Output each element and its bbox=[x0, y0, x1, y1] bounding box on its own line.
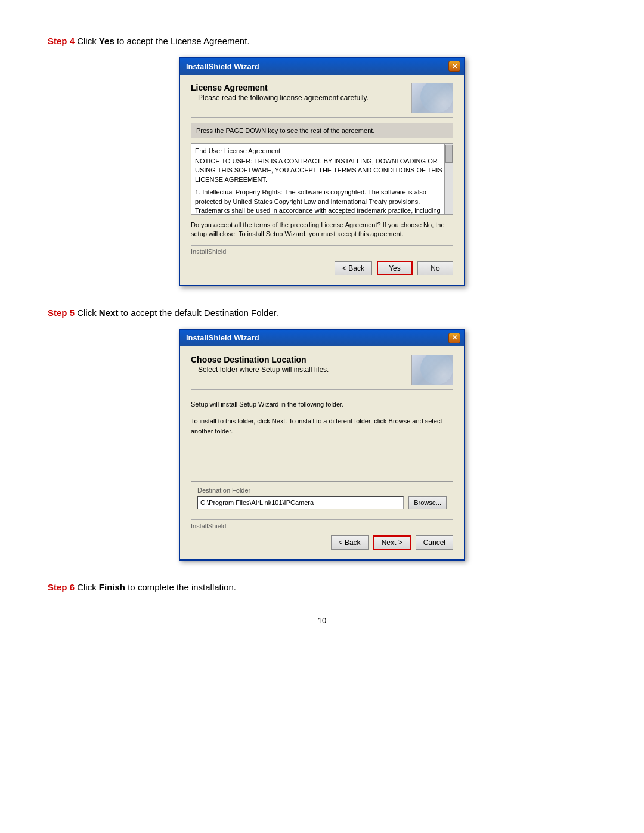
license-dialog-graphic bbox=[411, 83, 453, 113]
license-dialog-close-button[interactable]: ✕ bbox=[448, 61, 460, 72]
license-no-button[interactable]: No bbox=[417, 261, 453, 275]
license-yes-button[interactable]: Yes bbox=[377, 261, 413, 275]
destination-dialog-graphic bbox=[411, 355, 453, 385]
destination-section-subtitle: Select folder where Setup will install f… bbox=[191, 366, 411, 374]
destination-dialog-buttons: < Back Next > Cancel bbox=[191, 533, 453, 553]
destination-dialog-title: InstallShield Wizard bbox=[186, 333, 259, 342]
step5-instruction: Step 5 Click Next to accept the default … bbox=[48, 308, 596, 318]
destination-dialog-container: InstallShield Wizard ✕ Choose Destinatio… bbox=[48, 329, 596, 561]
step6-bold1: Finish bbox=[99, 582, 125, 592]
license-accept-notice: Do you accept all the terms of the prece… bbox=[191, 221, 453, 239]
step6-instruction: Step 6 Click Finish to complete the inst… bbox=[48, 582, 596, 592]
page-number: 10 bbox=[48, 616, 596, 625]
license-dialog-header: License Agreement Please read the follow… bbox=[191, 83, 453, 118]
destination-text1: Setup will install Setup Wizard in the f… bbox=[191, 395, 453, 413]
destination-spacer bbox=[191, 439, 453, 481]
license-dialog-content: License Agreement Please read the follow… bbox=[180, 75, 464, 285]
license-scrollbar[interactable] bbox=[444, 144, 453, 214]
destination-back-button[interactable]: < Back bbox=[331, 535, 369, 550]
license-box-text1: NOTICE TO USER: THIS IS A CONTRACT. BY I… bbox=[195, 157, 449, 184]
destination-folder-label: Destination Folder bbox=[197, 487, 447, 494]
destination-dialog-close-button[interactable]: ✕ bbox=[448, 333, 460, 343]
destination-folder-group: Destination Folder Browse... bbox=[191, 481, 453, 513]
license-box-text2: 1. Intellectual Property Rights: The sof… bbox=[195, 188, 449, 215]
license-section-subtitle: Please read the following license agreem… bbox=[191, 94, 411, 102]
license-text-box[interactable]: End User License Agreement NOTICE TO USE… bbox=[191, 143, 453, 215]
destination-section-title: Choose Destination Location bbox=[191, 355, 411, 364]
destination-folder-input[interactable] bbox=[197, 496, 404, 509]
destination-dialog: InstallShield Wizard ✕ Choose Destinatio… bbox=[179, 329, 465, 561]
destination-cancel-button[interactable]: Cancel bbox=[416, 535, 453, 550]
step5-label: Step 5 bbox=[48, 308, 75, 318]
license-back-button[interactable]: < Back bbox=[335, 261, 372, 275]
license-notice-text: Press the PAGE DOWN key to see the rest … bbox=[196, 127, 374, 134]
license-dialog: InstallShield Wizard ✕ License Agreement… bbox=[179, 57, 465, 286]
step6-label: Step 6 bbox=[48, 582, 75, 592]
license-section-title: License Agreement bbox=[191, 83, 411, 92]
step4-bold1: Yes bbox=[99, 36, 114, 46]
destination-folder-row: Browse... bbox=[197, 496, 447, 509]
destination-dialog-content: Choose Destination Location Select folde… bbox=[180, 346, 464, 560]
destination-next-button[interactable]: Next > bbox=[373, 535, 411, 550]
destination-installshield-label: InstallShield bbox=[191, 519, 453, 529]
step5-bold1: Next bbox=[99, 308, 119, 318]
step4-label: Step 4 bbox=[48, 36, 75, 46]
license-dialog-title: InstallShield Wizard bbox=[186, 62, 259, 71]
license-box-title: End User License Agreement bbox=[195, 147, 449, 154]
license-scrollbar-thumb[interactable] bbox=[445, 145, 453, 163]
license-notice-box: Press the PAGE DOWN key to see the rest … bbox=[191, 123, 453, 138]
step4-instruction: Step 4 Click Yes to accept the License A… bbox=[48, 36, 596, 46]
destination-text2: To install to this folder, click Next. T… bbox=[191, 411, 453, 439]
destination-dialog-header: Choose Destination Location Select folde… bbox=[191, 355, 453, 390]
license-dialog-titlebar: InstallShield Wizard ✕ bbox=[180, 58, 464, 75]
license-installshield-label: InstallShield bbox=[191, 245, 453, 255]
browse-button[interactable]: Browse... bbox=[408, 496, 447, 509]
license-dialog-buttons: < Back Yes No bbox=[191, 259, 453, 279]
license-dialog-container: InstallShield Wizard ✕ License Agreement… bbox=[48, 57, 596, 286]
destination-dialog-titlebar: InstallShield Wizard ✕ bbox=[180, 330, 464, 346]
